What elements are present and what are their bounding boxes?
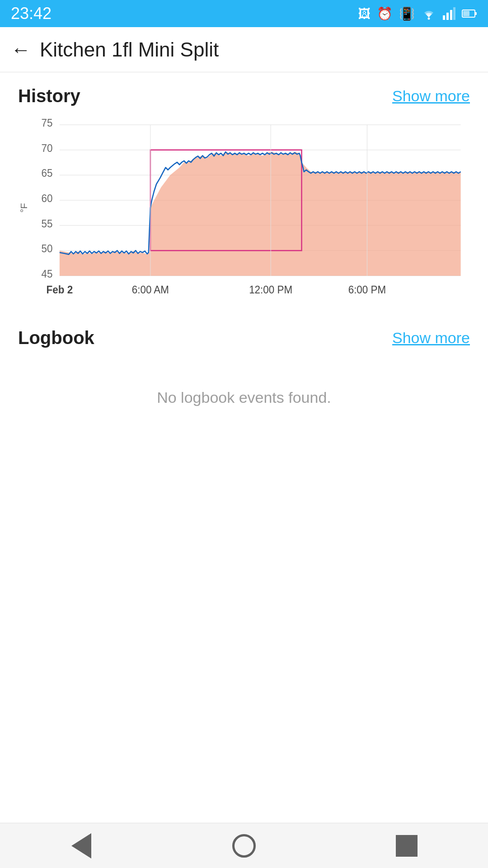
svg-text:70: 70 [42,142,53,154]
svg-text:6:00 PM: 6:00 PM [348,283,386,295]
logbook-section-header: Logbook Show more [18,328,470,348]
back-button[interactable]: ← [11,38,31,61]
svg-rect-4 [453,7,455,20]
bottom-nav [0,823,488,868]
svg-text:75: 75 [42,117,53,129]
signal-icon [443,7,455,20]
back-nav-icon [71,833,91,859]
svg-text:55: 55 [42,218,53,230]
recent-nav-icon [396,835,418,857]
status-bar: 23:42 🖼 ⏰ 📳 [0,0,488,27]
logbook-section: Logbook Show more No logbook events foun… [18,328,470,425]
logbook-title: Logbook [18,328,94,348]
recent-nav-button[interactable] [389,828,425,864]
svg-text:65: 65 [42,167,53,179]
svg-text:45: 45 [42,268,53,280]
home-nav-button[interactable] [226,828,262,864]
svg-text:12:00 PM: 12:00 PM [249,283,292,295]
app-bar: ← Kitchen 1fl Mini Split [0,27,488,72]
battery-icon [462,9,477,18]
svg-text:60: 60 [42,193,53,204]
alarm-icon: ⏰ [377,6,393,21]
chart-svg: 75 70 65 60 55 50 45 °F Feb 2 6:00 AM 12… [18,115,470,305]
svg-text:6:00 AM: 6:00 AM [132,283,169,295]
wifi-icon [421,7,436,20]
svg-text:°F: °F [19,203,29,212]
history-chart: 75 70 65 60 55 50 45 °F Feb 2 6:00 AM 12… [18,115,470,305]
svg-text:Feb 2: Feb 2 [47,283,73,295]
back-nav-button[interactable] [63,828,99,864]
history-section-header: History Show more [18,86,470,106]
svg-rect-3 [450,10,452,20]
status-time: 23:42 [11,4,52,23]
app-bar-title: Kitchen 1fl Mini Split [40,38,219,61]
svg-rect-2 [446,13,449,20]
svg-point-0 [428,18,430,20]
no-events-message: No logbook events found. [18,371,470,425]
svg-text:50: 50 [42,243,53,255]
logbook-show-more[interactable]: Show more [392,329,470,347]
svg-rect-7 [463,11,469,16]
history-title: History [18,86,80,106]
vibrate-icon: 📳 [399,6,415,21]
svg-rect-1 [443,15,445,20]
image-icon: 🖼 [358,6,371,21]
home-nav-icon [232,834,256,858]
svg-rect-6 [475,12,477,15]
main-content: History Show more 75 70 65 60 55 50 45 °… [0,72,488,438]
status-icons: 🖼 ⏰ 📳 [358,6,477,21]
history-show-more[interactable]: Show more [392,87,470,105]
